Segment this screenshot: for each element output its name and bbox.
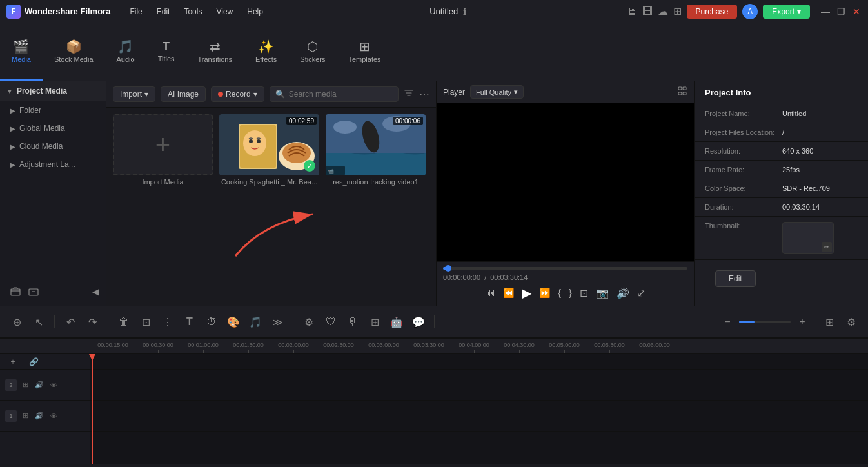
- toolbar-effects[interactable]: ✨ Effects: [244, 23, 288, 81]
- resolution-row: Resolution: 640 x 360: [695, 142, 868, 161]
- search-bar[interactable]: 🔍: [270, 86, 399, 102]
- info-icon[interactable]: ℹ: [463, 6, 466, 17]
- search-input[interactable]: [289, 90, 393, 99]
- toolbar-templates[interactable]: ⊞ Templates: [337, 23, 392, 81]
- svg-rect-19: [678, 87, 682, 90]
- avatar-icon[interactable]: A: [742, 4, 758, 19]
- zoom-slider[interactable]: [739, 321, 791, 323]
- volume-button[interactable]: 🔊: [616, 287, 629, 299]
- toolbar-stock-media[interactable]: 📦 Stock Media: [43, 23, 105, 81]
- toolbar-media[interactable]: 🎬 Media: [0, 23, 43, 81]
- toolbar-audio[interactable]: 🎵 Audio: [105, 23, 146, 81]
- menu-file[interactable]: File: [123, 5, 148, 19]
- export-button[interactable]: Export ▾: [763, 5, 810, 19]
- maximize-button[interactable]: ❐: [836, 6, 846, 17]
- mark-in-button[interactable]: {: [558, 288, 561, 298]
- shield-button[interactable]: 🛡: [322, 313, 340, 331]
- purchase-button[interactable]: Purchase: [687, 5, 738, 19]
- progress-thumb[interactable]: [445, 265, 451, 272]
- svg-rect-22: [683, 92, 686, 95]
- menu-help[interactable]: Help: [241, 5, 270, 19]
- timeline-link[interactable]: 🔗: [25, 354, 43, 371]
- more-options-button[interactable]: ⋯: [419, 88, 429, 101]
- toolbar-transitions[interactable]: ⇄ Transitions: [186, 23, 244, 81]
- gear-button[interactable]: ⚙: [300, 313, 318, 331]
- undo-button[interactable]: ↶: [61, 313, 79, 331]
- skip-back-button[interactable]: ⏮: [485, 287, 495, 299]
- video-thumb-2[interactable]: 📹 00:00:06: [326, 114, 426, 175]
- track-volume-button-1[interactable]: 🔊: [34, 410, 45, 422]
- menu-view[interactable]: View: [210, 5, 239, 19]
- menu-tools[interactable]: Tools: [177, 5, 208, 19]
- grid-view-button[interactable]: ⊞: [820, 313, 838, 331]
- mic-button[interactable]: 🎙: [344, 313, 362, 331]
- divider3: [293, 315, 293, 328]
- cursor-tool-button[interactable]: ↖: [30, 313, 48, 331]
- video1-check-icon: ✓: [304, 160, 315, 172]
- import-media-thumb[interactable]: +: [113, 114, 213, 175]
- filter-button[interactable]: [404, 88, 414, 101]
- fullscreen-button[interactable]: ⤢: [637, 287, 646, 299]
- minimize-button[interactable]: —: [820, 6, 831, 17]
- player-toolbar: Player Full Quality ▾: [437, 81, 694, 103]
- redo-button[interactable]: ↷: [83, 313, 101, 331]
- timeline-add-track[interactable]: +: [4, 354, 22, 371]
- audio-tool-button[interactable]: 🎵: [246, 313, 264, 331]
- layout-button[interactable]: ⊞: [366, 313, 384, 331]
- ruler-mark: 00:02:00:00: [271, 342, 316, 353]
- ruler-marks: 00:00:15:00 00:00:30:00 00:01:00:00 00:0…: [90, 339, 868, 353]
- select-tool-button[interactable]: ⊕: [8, 313, 26, 331]
- sidebar-item-folder[interactable]: ▶ Folder: [0, 101, 106, 119]
- color-button[interactable]: 🎨: [224, 313, 242, 331]
- sidebar-item-cloud-media[interactable]: ▶ Cloud Media: [0, 137, 106, 155]
- zoom-out-button[interactable]: −: [718, 313, 736, 331]
- split-button[interactable]: ⋮: [159, 313, 177, 331]
- ai-button[interactable]: 🤖: [388, 313, 406, 331]
- more-tools-button[interactable]: ≫: [268, 313, 286, 331]
- list-item[interactable]: 📹 00:00:06 res_motion-tracking-video1: [326, 114, 426, 186]
- frame-back-button[interactable]: ⏪: [503, 288, 514, 298]
- sidebar-collapse-button[interactable]: ◀: [92, 286, 99, 297]
- record-button[interactable]: Record ▾: [211, 86, 264, 102]
- import-button[interactable]: Import ▾: [113, 86, 155, 102]
- extract-button[interactable]: ⊡: [580, 287, 588, 299]
- zoom-in-button[interactable]: +: [793, 313, 811, 331]
- caption-button[interactable]: 💬: [409, 313, 428, 331]
- menu-edit[interactable]: Edit: [150, 5, 177, 19]
- player-panel: Player Full Quality ▾ 00:00:00:00 / 00:0…: [436, 81, 694, 306]
- track-visibility-button-2[interactable]: 👁: [48, 379, 59, 391]
- track-row-1[interactable]: [90, 401, 868, 432]
- delete-button[interactable]: 🗑: [115, 313, 133, 331]
- crop-button[interactable]: ⊡: [137, 313, 155, 331]
- track-visibility-button-1[interactable]: 👁: [48, 410, 59, 422]
- track-volume-button-2[interactable]: 🔊: [34, 379, 45, 391]
- track-row-2[interactable]: [90, 370, 868, 401]
- snapshot-button[interactable]: 📷: [596, 287, 609, 299]
- frame-forward-button[interactable]: ⏩: [539, 288, 550, 298]
- add-folder-button[interactable]: [6, 283, 25, 301]
- progress-bar[interactable]: [443, 267, 687, 270]
- quality-select[interactable]: Full Quality ▾: [470, 85, 524, 99]
- track-add-button-2[interactable]: ⊞: [19, 379, 31, 391]
- sidebar-header[interactable]: ▼ Project Media: [0, 81, 106, 101]
- track-add-button-1[interactable]: ⊞: [19, 410, 31, 422]
- speed-button[interactable]: ⏱: [202, 313, 221, 331]
- toolbar-stickers[interactable]: ⬡ Stickers: [288, 23, 337, 81]
- ai-image-button[interactable]: AI Image: [161, 86, 206, 102]
- text-button[interactable]: T: [181, 313, 199, 331]
- video-thumb-1[interactable]: 00:02:59 ✓: [219, 114, 319, 175]
- player-expand-button[interactable]: [677, 86, 687, 98]
- thumbnail-edit-icon[interactable]: ✏: [822, 242, 832, 252]
- remove-folder-button[interactable]: [25, 283, 43, 301]
- list-item[interactable]: 00:02:59 ✓ Cooking Spaghetti _ Mr. Bea..…: [219, 114, 319, 186]
- toolbar-titles[interactable]: T Titles: [146, 23, 186, 81]
- thumbnail-box[interactable]: ✏: [782, 222, 834, 254]
- play-button[interactable]: ▶: [522, 285, 531, 301]
- sidebar-item-global-media[interactable]: ▶ Global Media: [0, 119, 106, 137]
- sidebar-item-adjustment[interactable]: ▶ Adjustment La...: [0, 155, 106, 174]
- close-button[interactable]: ✕: [851, 6, 862, 17]
- mark-out-button[interactable]: }: [569, 288, 572, 298]
- list-item[interactable]: + Import Media: [113, 114, 213, 186]
- edit-button[interactable]: Edit: [715, 270, 756, 287]
- settings-button[interactable]: ⚙: [842, 313, 860, 331]
